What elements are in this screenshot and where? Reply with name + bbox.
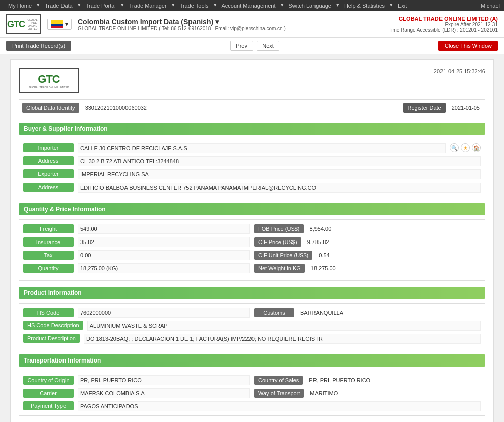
hs-desc-row: HS Code Description ALUMINIUM WASTE & SC… bbox=[23, 321, 481, 331]
transportation-header: Transportation Information bbox=[19, 354, 485, 367]
print-button[interactable]: Print Trade Record(s) bbox=[6, 41, 71, 51]
record-logo: GTC GLOBAL TRADE ONLINE LIMITED bbox=[19, 68, 79, 93]
global-data-identity-label: Global Data Identity bbox=[22, 103, 79, 113]
header-left: GTC GLOBAL TRADE ONLINE LIMITED ▾ Colomb… bbox=[6, 14, 286, 34]
logo-subtitle: GLOBAL TRADE ONLINE LIMITED bbox=[25, 18, 40, 30]
carrier-label: Carrier bbox=[23, 389, 74, 398]
net-weight-value: 18,275.00 bbox=[309, 264, 481, 273]
company-name: GLOBAL TRADE ONLINE LIMITED (A) bbox=[388, 16, 498, 22]
product-info-section: Product Information HS Code 7602000000 C… bbox=[19, 287, 485, 348]
nav-trade-portal[interactable]: Trade Portal bbox=[82, 2, 120, 10]
importer-icons: 🔍 ★ 🏠 bbox=[450, 143, 481, 152]
nav-buttons: Prev Next bbox=[229, 41, 280, 51]
payment-row: Payment Type PAGOS ANTICIPADOS bbox=[23, 401, 481, 411]
carrier-col: Carrier MAERSK COLOMBIA S.A bbox=[23, 388, 250, 398]
hs-desc-value: ALUMINIUM WASTE & SCRAP bbox=[87, 321, 481, 331]
way-transport-label: Way of Transport bbox=[254, 389, 304, 398]
product-info-header: Product Information bbox=[19, 287, 485, 299]
top-navbar: My Home ▾ Trade Data ▾ Trade Portal ▾ Tr… bbox=[0, 0, 504, 11]
insurance-col: Insurance 35.82 bbox=[23, 237, 250, 247]
country-origin-col: Country of Origin PR, PRI, PUERTO RICO bbox=[23, 375, 250, 385]
country-sales-label: Country of Sales bbox=[254, 376, 303, 385]
address2-value: EDIFICIO BALBOA BUSINESS CENTER 752 PANA… bbox=[78, 183, 481, 193]
hs-code-label: HS Code bbox=[23, 308, 74, 317]
transportation-body: Country of Origin PR, PRI, PUERTO RICO C… bbox=[19, 371, 485, 416]
hscode-customs-row: HS Code 7602000000 Customs BARRANQUILLA bbox=[23, 308, 481, 318]
nav-switch-lang[interactable]: Switch Language bbox=[285, 2, 335, 10]
freight-fob-row: Freight 549.00 FOB Price (US$) 8,954.00 bbox=[23, 224, 481, 234]
nav-my-home[interactable]: My Home bbox=[4, 2, 36, 10]
next-button[interactable]: Next bbox=[257, 41, 279, 51]
buyer-supplier-body: Importer CALLE 30 CENTRO DE RECICLAJE S.… bbox=[19, 139, 485, 197]
product-desc-value: DO 1813-20BAQ; ; DECLARACION 1 DE 1; FAC… bbox=[84, 334, 481, 344]
exporter-value: IMPERIAL RECYCLING SA bbox=[78, 169, 481, 179]
origin-sales-row: Country of Origin PR, PRI, PUERTO RICO C… bbox=[23, 375, 481, 385]
nav-account-mgmt[interactable]: Account Management bbox=[218, 2, 280, 10]
home-icon[interactable]: 🏠 bbox=[472, 143, 481, 152]
user-info: Michael bbox=[481, 3, 500, 9]
freight-col: Freight 549.00 bbox=[23, 224, 250, 234]
freight-label: Freight bbox=[23, 224, 74, 233]
cif-unit-col: CIF Unit Price (US$) 0.54 bbox=[254, 250, 481, 260]
customs-label: Customs bbox=[254, 308, 294, 317]
carrier-value: MAERSK COLOMBIA S.A bbox=[78, 388, 250, 398]
record-logo-text: GTC bbox=[38, 73, 59, 86]
logo-text: GTC bbox=[7, 19, 25, 30]
address1-value: CL 30 2 B 72 ATLANTICO TEL:3244848 bbox=[78, 156, 481, 166]
global-data-identity-value: 33012021010000060032 bbox=[83, 103, 400, 113]
address1-label: Address bbox=[23, 156, 74, 165]
cif-col: CIF Price (US$) 9,785.82 bbox=[254, 237, 481, 247]
header-bar: GTC GLOBAL TRADE ONLINE LIMITED ▾ Colomb… bbox=[0, 11, 504, 38]
transportation-section: Transportation Information Country of Or… bbox=[19, 354, 485, 416]
address2-label: Address bbox=[23, 183, 74, 192]
register-date-label: Register Date bbox=[403, 103, 445, 113]
exporter-row: Exporter IMPERIAL RECYCLING SA bbox=[23, 169, 481, 179]
qty-netweight-row: Quantity 18,275.00 (KG) Net Weight in KG… bbox=[23, 263, 481, 273]
freight-value: 549.00 bbox=[78, 224, 250, 234]
net-weight-col: Net Weight in KG 18,275.00 bbox=[254, 263, 481, 273]
title-dropdown-arrow[interactable]: ▾ bbox=[215, 18, 219, 26]
fob-col: FOB Price (US$) 8,954.00 bbox=[254, 224, 481, 234]
expire-info: Expire After 2021-12-31 bbox=[388, 22, 498, 27]
way-transport-value: MARITIMO bbox=[308, 389, 481, 398]
cif-label: CIF Price (US$) bbox=[254, 237, 301, 247]
importer-label: Importer bbox=[23, 143, 74, 152]
insurance-label: Insurance bbox=[23, 237, 74, 247]
star-icon[interactable]: ★ bbox=[461, 143, 470, 152]
insurance-value: 35.82 bbox=[78, 237, 250, 247]
prev-button[interactable]: Prev bbox=[230, 41, 253, 51]
payment-label: Payment Type bbox=[23, 401, 74, 410]
fob-label: FOB Price (US$) bbox=[254, 224, 304, 233]
customs-value: BARRANQUILLA bbox=[298, 308, 481, 317]
register-date-value: 2021-01-05 bbox=[450, 103, 482, 113]
country-sales-value: PR, PRI, PUERTO RICO bbox=[307, 376, 481, 385]
tax-value: 0.00 bbox=[78, 250, 250, 260]
logo-container: GTC GLOBAL TRADE ONLINE LIMITED bbox=[6, 14, 41, 34]
cif-unit-value: 0.54 bbox=[317, 251, 481, 260]
quantity-price-section: Quantity & Price Information Freight 549… bbox=[19, 203, 485, 281]
colombia-flag bbox=[51, 20, 63, 28]
header-right: GLOBAL TRADE ONLINE LIMITED (A) Expire A… bbox=[388, 16, 498, 33]
net-weight-label: Net Weight in KG bbox=[254, 264, 305, 273]
record-card: GTC GLOBAL TRADE ONLINE LIMITED 2021-04-… bbox=[10, 59, 494, 422]
nav-help[interactable]: Help & Statistics bbox=[340, 2, 389, 10]
hs-code-col: HS Code 7602000000 bbox=[23, 308, 250, 318]
quantity-label: Quantity bbox=[23, 264, 74, 273]
address2-row: Address EDIFICIO BALBOA BUSINESS CENTER … bbox=[23, 183, 481, 193]
main-content: GTC GLOBAL TRADE ONLINE LIMITED 2021-04-… bbox=[0, 54, 504, 422]
search-icon[interactable]: 🔍 bbox=[450, 143, 459, 152]
quantity-value: 18,275.00 (KG) bbox=[78, 263, 250, 273]
nav-trade-manager[interactable]: Trade Manager bbox=[125, 2, 171, 10]
nav-trade-tools[interactable]: Trade Tools bbox=[176, 2, 213, 10]
payment-value: PAGOS ANTICIPADOS bbox=[78, 401, 481, 411]
close-button[interactable]: Close This Window bbox=[438, 41, 498, 51]
flag-selector[interactable]: ▾ bbox=[47, 19, 72, 30]
time-range-info: Time Range Accessible (LDR) : 201201 - 2… bbox=[388, 27, 498, 33]
quantity-price-header: Quantity & Price Information bbox=[19, 203, 485, 215]
header-subtitle: GLOBAL TRADE ONLINE LIMITED ( Tel: 86-51… bbox=[78, 26, 286, 31]
nav-trade-data[interactable]: Trade Data bbox=[41, 2, 77, 10]
nav-exit[interactable]: Exit bbox=[394, 2, 411, 10]
record-timestamp: 2021-04-25 15:32:46 bbox=[434, 68, 485, 74]
cif-value: 9,785.82 bbox=[305, 237, 481, 247]
hs-code-value: 7602000000 bbox=[78, 308, 250, 318]
